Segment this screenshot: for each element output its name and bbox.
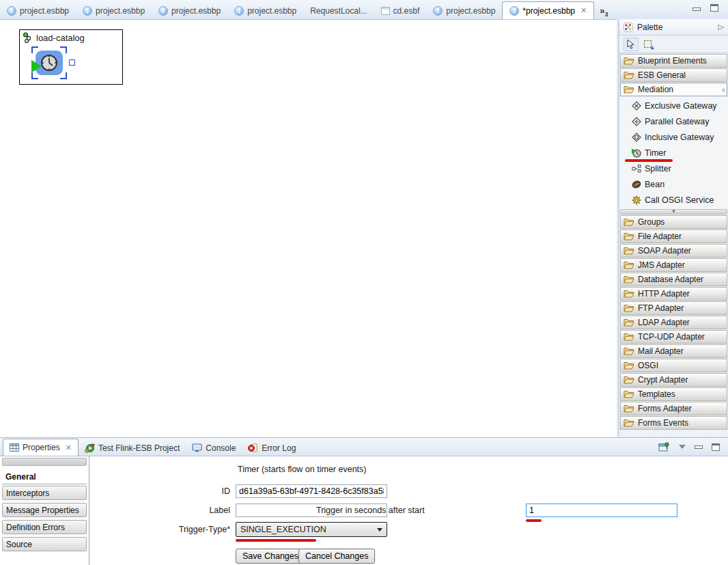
- palette-drawer-mediation[interactable]: Mediation «: [620, 83, 727, 96]
- sidebar-item-interceptors[interactable]: Interceptors: [2, 486, 87, 500]
- cancel-changes-button[interactable]: Cancel Changes: [298, 549, 375, 564]
- folder-icon: [624, 274, 634, 285]
- editor-tab-label: project.esbbp: [247, 6, 296, 16]
- palette-drawer-blueprint-elements[interactable]: Blueprint Elements: [620, 54, 727, 68]
- close-icon[interactable]: ✕: [66, 443, 72, 452]
- tab-test-flink-esb-project[interactable]: Test Flink-ESB Project: [79, 440, 186, 456]
- palette-drawer-forms-events[interactable]: Forms Events: [620, 416, 727, 430]
- clock-icon: [40, 53, 59, 72]
- editor-tab-label: *project.esbbp: [522, 6, 575, 16]
- palette-item-inclusive-gateway[interactable]: Inclusive Gateway: [619, 129, 728, 145]
- maximize-icon[interactable]: [710, 4, 718, 12]
- trigger-seconds-label: Trigger in seconds after start: [316, 506, 453, 515]
- folder-icon: [624, 84, 634, 95]
- view-menu-icon[interactable]: [679, 445, 686, 449]
- tab-console[interactable]: Console: [186, 440, 242, 456]
- drawer-label: Groups: [638, 217, 664, 227]
- sidebar-item-source[interactable]: Source: [2, 537, 87, 551]
- label-label: Label: [128, 506, 230, 515]
- trigger-seconds-input[interactable]: [526, 504, 677, 517]
- drawer-label: Crypt Adapter: [638, 375, 688, 385]
- palette-expand-icon[interactable]: ▷: [718, 23, 724, 31]
- esb-file-icon: f: [433, 6, 443, 16]
- palette-item-timer[interactable]: Timer: [619, 145, 728, 161]
- sidebar-item-definition-errors[interactable]: Definition Errors: [2, 520, 87, 534]
- palette-item-splitter[interactable]: Splitter: [619, 161, 728, 176]
- close-icon[interactable]: ✕: [580, 6, 587, 15]
- palette-item-parallel-gateway[interactable]: Parallel Gateway: [619, 113, 728, 129]
- folder-icon: [624, 303, 634, 314]
- table-icon: [10, 443, 19, 452]
- palette-drawer-templates[interactable]: Templates: [620, 387, 727, 401]
- drawer-label: FTP Adapter: [638, 303, 684, 313]
- editor-tab[interactable]: cd.esbf: [374, 3, 427, 19]
- connector-handle[interactable]: [69, 59, 75, 66]
- palette-drawer-ldap-adapter[interactable]: LDAP Adapter: [620, 316, 727, 329]
- tab-error-log[interactable]: Error Log: [242, 440, 302, 456]
- editor-tab-active[interactable]: f *project.esbbp ✕: [502, 1, 594, 19]
- diagram-canvas[interactable]: load-catalog: [0, 19, 617, 437]
- palette-drawer-jms-adapter[interactable]: JMS Adapter: [620, 258, 727, 272]
- palette-scroll-down[interactable]: ▼: [620, 209, 727, 215]
- palette-drawer-http-adapter[interactable]: HTTP Adapter: [620, 287, 727, 301]
- palette-item-call-osgi-service[interactable]: Call OSGI Service: [619, 192, 728, 208]
- folder-icon: [624, 374, 634, 385]
- drawer-label: File Adapter: [638, 232, 682, 241]
- palette-drawer-tcp-udp-adapter[interactable]: TCP-UDP Adapter: [620, 330, 727, 344]
- minimize-icon[interactable]: [692, 8, 701, 11]
- annotation-underline-trigger-seconds: [526, 519, 542, 522]
- folder-icon: [624, 346, 634, 357]
- sidebar-item-message-properties[interactable]: Message Properties: [2, 503, 87, 517]
- sidebar-item-general[interactable]: General: [2, 470, 87, 484]
- palette-drawer-ftp-adapter[interactable]: FTP Adapter: [620, 301, 727, 315]
- drawer-pin-icon[interactable]: «: [721, 86, 724, 94]
- folder-icon: [624, 231, 634, 242]
- palette-item-label: Timer: [645, 148, 666, 158]
- cursor-icon: [627, 40, 635, 49]
- parallel-gateway-icon: [632, 117, 641, 126]
- pin-view-icon[interactable]: [658, 442, 670, 452]
- sidebar-scroll-bar[interactable]: [2, 458, 87, 466]
- editor-tab[interactable]: f project.esbbp: [426, 3, 502, 19]
- editor-tab[interactable]: f project.esbbp: [227, 3, 303, 19]
- save-changes-button[interactable]: Save Changes: [236, 549, 305, 564]
- more-editors-chevron[interactable]: »3: [600, 5, 608, 18]
- palette-drawer-soap-adapter[interactable]: SOAP Adapter: [620, 244, 727, 258]
- select-tool[interactable]: [624, 38, 639, 51]
- esb-file-icon: f: [83, 6, 92, 16]
- editor-tab-label: project.esbbp: [171, 6, 221, 16]
- editor-tab[interactable]: f project.esbbp: [76, 3, 152, 19]
- trigger-type-dropdown[interactable]: SINGLE_EXECUTION: [236, 522, 387, 537]
- palette-header[interactable]: Palette ▷: [619, 19, 728, 36]
- marquee-tool[interactable]: [644, 40, 652, 48]
- palette-item-bean[interactable]: Bean: [619, 176, 728, 192]
- palette-drawer-groups[interactable]: Groups: [620, 215, 727, 229]
- editor-tab[interactable]: f project.esbbp: [0, 3, 76, 19]
- exclusive-gateway-icon: [632, 101, 641, 111]
- palette-drawer-osgi[interactable]: OSGI: [620, 359, 727, 372]
- palette-drawer-forms-adapter[interactable]: Forms Adapter: [620, 402, 727, 415]
- timer-node-selection[interactable]: [31, 46, 67, 79]
- console-icon: [192, 443, 202, 452]
- flow-container[interactable]: load-catalog: [19, 29, 123, 85]
- editor-tab-label: project.esbbp: [20, 6, 69, 16]
- palette-drawer-database-adapter[interactable]: Database Adapter: [620, 273, 727, 286]
- editor-tab[interactable]: RequestLocal...: [303, 3, 374, 19]
- drawer-label: HTTP Adapter: [638, 289, 690, 299]
- palette-drawer-mail-adapter[interactable]: Mail Adapter: [620, 344, 727, 358]
- folder-icon: [624, 55, 634, 66]
- palette-drawer-file-adapter[interactable]: File Adapter: [620, 230, 727, 243]
- palette-item-exclusive-gateway[interactable]: Exclusive Gateway: [619, 98, 728, 113]
- tab-properties[interactable]: Properties ✕: [3, 439, 79, 456]
- trigger-type-value: SINGLE_EXECUTION: [240, 525, 326, 534]
- palette-tools: [619, 36, 728, 53]
- maximize-icon[interactable]: [712, 443, 720, 451]
- palette-item-label: Call OSGI Service: [645, 195, 714, 205]
- editor-tab[interactable]: f project.esbbp: [152, 3, 227, 19]
- palette-drawer-crypt-adapter[interactable]: Crypt Adapter: [620, 373, 727, 387]
- drawer-label: ESB General: [638, 70, 686, 80]
- minimize-icon[interactable]: [695, 445, 703, 449]
- id-input[interactable]: [236, 484, 387, 498]
- palette-drawer-esb-general[interactable]: ESB General: [620, 68, 727, 82]
- timer-node[interactable]: [36, 51, 63, 75]
